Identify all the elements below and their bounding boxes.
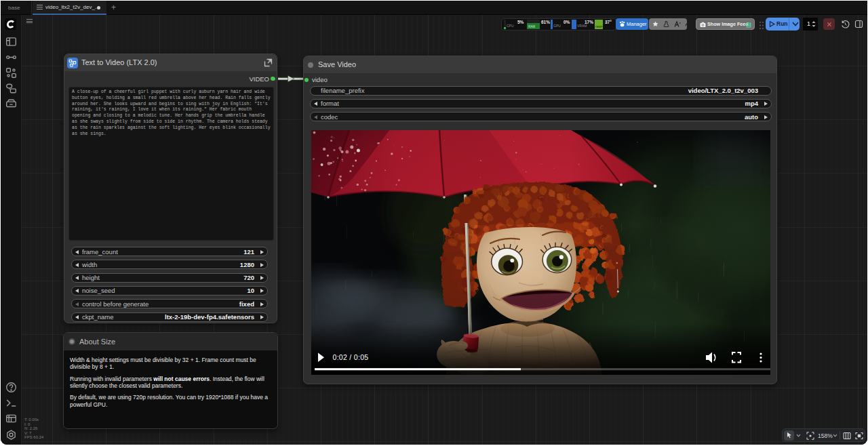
svg-text:0:02 / 0:05: 0:02 / 0:05: [333, 353, 369, 361]
